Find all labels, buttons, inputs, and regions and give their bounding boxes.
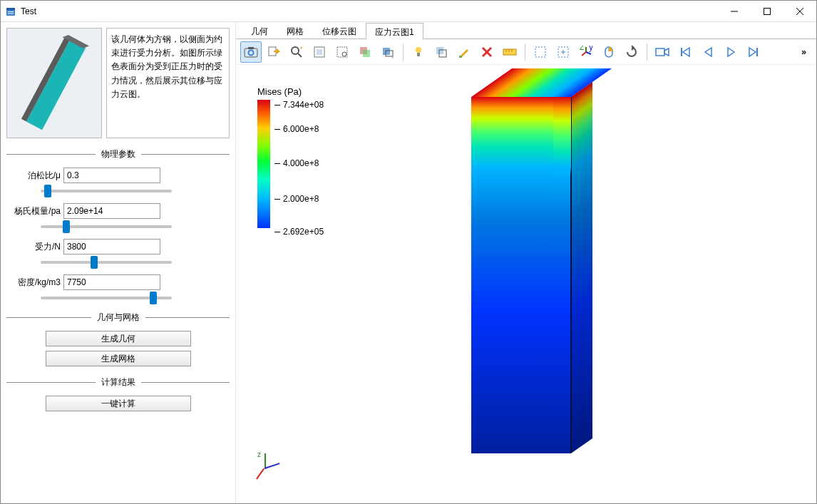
poisson-label: 泊松比/μ [9, 170, 63, 182]
young-slider[interactable] [41, 225, 172, 228]
app-icon [5, 6, 16, 17]
ruler-icon[interactable] [499, 41, 520, 63]
section-geometry: 几何与网格 [6, 312, 230, 324]
tab-geometry[interactable]: 几何 [242, 22, 277, 38]
zoom-icon[interactable] [286, 41, 307, 63]
generate-mesh-button[interactable]: 生成网格 [46, 351, 191, 366]
first-frame-icon[interactable] [674, 41, 696, 63]
svg-text:y: y [589, 46, 592, 52]
marquee-icon[interactable] [530, 41, 551, 63]
legend-tick: 4.000e+8 [283, 158, 319, 168]
prev-frame-icon[interactable] [697, 41, 719, 63]
mouse-icon[interactable] [598, 41, 620, 63]
svg-rect-29 [503, 49, 516, 55]
zoom-box-icon[interactable] [332, 41, 353, 63]
svg-rect-26 [459, 56, 462, 58]
force-slider[interactable] [41, 261, 172, 264]
axes-triad: z [252, 453, 280, 482]
next-frame-icon[interactable] [743, 41, 764, 63]
section-results: 计算结果 [6, 376, 230, 389]
generate-geometry-button[interactable]: 生成几何 [46, 331, 191, 346]
force-input[interactable] [63, 239, 160, 254]
snapshot-icon[interactable] [240, 41, 262, 63]
svg-rect-33 [535, 47, 545, 57]
axes-icon[interactable]: zy [575, 41, 597, 63]
legend-tick: 6.000e+8 [283, 124, 319, 134]
geometry-thumbnail [6, 28, 102, 138]
description-text: 该几何体为方钢，以侧面为约束进行受力分析。如图所示绿色表面分为受到正压力时的受力… [106, 28, 230, 138]
force-label: 受力/N [9, 241, 63, 253]
minimize-button[interactable] [718, 1, 751, 22]
svg-line-13 [298, 53, 302, 57]
svg-rect-19 [363, 50, 370, 57]
poisson-input[interactable] [63, 168, 160, 183]
delete-icon[interactable] [476, 41, 498, 63]
svg-rect-23 [417, 53, 420, 56]
svg-text:z: z [580, 46, 584, 52]
color-legend: Mises (Pa) 7.344e+08 6.000e+8 4.000e+8 2… [257, 86, 302, 228]
legend-tick: 7.344e+08 [283, 100, 324, 110]
viewport-3d[interactable]: Mises (Pa) 7.344e+08 6.000e+8 4.000e+8 2… [236, 65, 816, 503]
legend-title: Mises (Pa) [257, 86, 302, 97]
lighting-icon[interactable] [408, 41, 429, 63]
rotate-icon[interactable] [621, 41, 642, 63]
legend-tick: 2.692e+05 [283, 227, 324, 237]
young-label: 杨氏模量/pa [9, 205, 63, 217]
density-label: 密度/kg/m3 [9, 277, 63, 289]
title-bar: Test [1, 1, 816, 22]
camera-icon[interactable] [652, 41, 673, 63]
svg-rect-44 [656, 48, 664, 56]
svg-line-38 [586, 52, 591, 54]
marquee-plus-icon[interactable] [553, 41, 574, 63]
svg-point-9 [249, 50, 254, 55]
toolbar: zy » [236, 39, 816, 65]
tab-displacement[interactable]: 位移云图 [313, 22, 366, 38]
toolbar-overflow[interactable]: » [796, 47, 812, 57]
left-panel: 该几何体为方钢，以侧面为约束进行受力分析。如图所示绿色表面分为受到正压力时的受力… [1, 22, 236, 503]
tab-bar: 几何 网格 位移云图 应力云图1 [236, 22, 816, 39]
svg-line-39 [582, 52, 586, 56]
density-slider[interactable] [41, 297, 172, 299]
young-input[interactable] [63, 203, 160, 219]
legend-colorbar [257, 100, 270, 228]
brush-icon[interactable] [453, 41, 475, 63]
zoom-extents-icon[interactable] [309, 41, 330, 63]
svg-rect-10 [248, 47, 254, 49]
play-icon[interactable] [720, 41, 741, 63]
select-box-icon[interactable] [354, 41, 376, 63]
poisson-slider[interactable] [41, 190, 172, 192]
compute-button[interactable]: 一键计算 [46, 396, 191, 411]
transparency-icon[interactable] [431, 41, 452, 63]
tab-mesh[interactable]: 网格 [277, 22, 313, 38]
svg-rect-24 [436, 47, 443, 54]
svg-rect-20 [383, 48, 390, 55]
section-physics: 物理参数 [6, 148, 230, 160]
window-title: Test [21, 6, 718, 16]
svg-point-17 [342, 52, 346, 56]
svg-rect-5 [764, 8, 771, 14]
close-button[interactable] [783, 1, 816, 22]
density-input[interactable] [63, 274, 160, 290]
export-icon[interactable] [263, 41, 284, 63]
tab-stress[interactable]: 应力云图1 [366, 23, 423, 39]
svg-rect-15 [317, 49, 322, 55]
svg-rect-1 [6, 8, 15, 10]
layers-icon[interactable] [377, 41, 399, 63]
maximize-button[interactable] [751, 1, 783, 22]
legend-tick: 2.000e+8 [283, 194, 319, 204]
right-panel: 几何 网格 位移云图 应力云图1 zy [236, 22, 816, 503]
svg-point-12 [292, 47, 299, 54]
svg-point-22 [416, 47, 421, 53]
